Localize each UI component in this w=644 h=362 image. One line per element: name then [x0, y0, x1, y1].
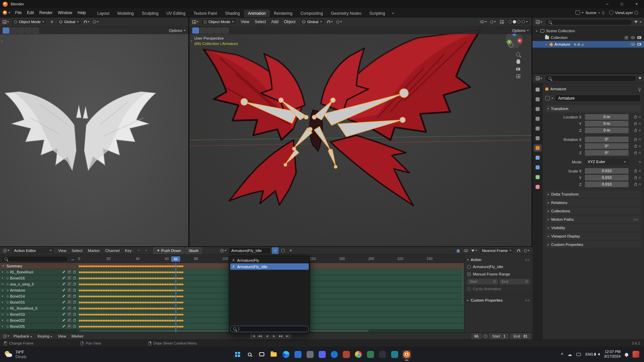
- channel-enabled-checkbox[interactable]: ✓: [67, 324, 71, 328]
- gizmo-negative-axis[interactable]: [508, 43, 513, 48]
- animate-dot-icon[interactable]: [639, 116, 641, 118]
- lock-icon[interactable]: [634, 130, 637, 132]
- select-box-tool[interactable]: [3, 28, 9, 34]
- current-frame-badge[interactable]: 66: [171, 256, 180, 262]
- zoom-icon[interactable]: [516, 52, 520, 56]
- vertical-scrollbar[interactable]: [462, 265, 463, 305]
- frame-end-field[interactable]: End81: [510, 333, 531, 339]
- viewport-menu-object[interactable]: Object: [281, 17, 298, 26]
- eye-icon[interactable]: [631, 43, 635, 46]
- viewport-right[interactable]: Object Mode ViewSelectAddObject Global: [190, 17, 532, 246]
- modifier-wrench-icon[interactable]: [62, 289, 65, 292]
- transform-panel-header[interactable]: ▾ Transform: [545, 105, 641, 112]
- taskbar-app-gray-icon[interactable]: [305, 350, 314, 359]
- popup-search-input[interactable]: [230, 326, 309, 332]
- pan-hand-icon[interactable]: [516, 60, 520, 64]
- section-relations[interactable]: ▸Relations: [545, 199, 641, 206]
- properties-tab-object-data[interactable]: [534, 173, 542, 181]
- workspace-tab-animation[interactable]: Animation: [244, 10, 270, 17]
- mode-dropdown[interactable]: Object Mode: [11, 18, 47, 25]
- editor-type-icon[interactable]: [535, 75, 543, 82]
- lock-icon[interactable]: [634, 116, 637, 118]
- rotation-mode-dropdown[interactable]: XYZ Euler: [585, 159, 629, 165]
- editor-type-icon[interactable]: [2, 333, 10, 340]
- filter-funnel-icon[interactable]: [470, 247, 478, 254]
- jump-to-next-keyframe-button[interactable]: ▶▶: [278, 333, 284, 339]
- channel-row-bone016[interactable]: ▸ ◇ Bone016 ✓: [0, 275, 78, 281]
- lock-icon[interactable]: [73, 314, 76, 316]
- keying-menu[interactable]: Keying: [35, 333, 55, 340]
- viewport-menu-view[interactable]: View: [238, 17, 252, 26]
- cursor-tool[interactable]: [200, 28, 206, 34]
- taskbar-app-blue-icon[interactable]: [293, 350, 302, 359]
- animate-dot-icon[interactable]: [639, 123, 641, 124]
- select-box-tool[interactable]: [192, 28, 199, 34]
- copy-icon[interactable]: [635, 11, 638, 14]
- channel-enabled-checkbox[interactable]: ✓: [67, 294, 71, 298]
- modifier-wrench-icon[interactable]: [62, 313, 65, 316]
- scale-tool[interactable]: [32, 28, 39, 34]
- clock-widget[interactable]: 12:07 PM 3/17/2024: [604, 350, 621, 359]
- keyboard-icon[interactable]: [576, 353, 581, 356]
- workspace-tab-rendering[interactable]: Rendering: [270, 10, 296, 17]
- transform-value-field[interactable]: 0.010: [585, 182, 629, 187]
- editor-type-icon[interactable]: [2, 18, 10, 25]
- workspace-tab-modeling[interactable]: Modeling: [113, 10, 138, 17]
- taskbar-outlook-icon[interactable]: [330, 350, 339, 359]
- taskbar-blender-icon[interactable]: [402, 350, 411, 359]
- pin-icon[interactable]: [602, 11, 604, 14]
- channel-enabled-checkbox[interactable]: ✓: [67, 318, 71, 322]
- move-tool[interactable]: [17, 28, 24, 34]
- lock-icon[interactable]: [634, 184, 637, 186]
- xray-toggle-icon[interactable]: [498, 18, 505, 25]
- properties-tab-view-layer[interactable]: [534, 115, 542, 122]
- rotate-tool[interactable]: [25, 28, 32, 34]
- move-tool[interactable]: [207, 28, 214, 34]
- expand-arrow-icon[interactable]: ▸: [2, 282, 5, 286]
- workspace-tab-texture-paint[interactable]: Texture Paint: [190, 10, 221, 17]
- properties-tab-texture[interactable]: [534, 183, 542, 191]
- jump-to-prev-keyframe-button[interactable]: ◀◀: [257, 333, 263, 339]
- section-viewport-display[interactable]: ▸Viewport Display: [545, 232, 641, 240]
- channel-enabled-checkbox[interactable]: ✓: [67, 276, 71, 280]
- workspace-tab-geometry-nodes[interactable]: Geometry Nodes: [327, 10, 365, 17]
- cursor-tool[interactable]: [10, 28, 17, 34]
- expand-arrow-icon[interactable]: ▸: [2, 301, 5, 304]
- material-shading-icon[interactable]: [517, 20, 521, 23]
- minimize-button[interactable]: –: [600, 0, 614, 8]
- jump-to-end-button[interactable]: ▶│: [285, 333, 291, 339]
- section-delta-transform[interactable]: ▸Delta Transform: [545, 191, 641, 198]
- volume-icon[interactable]: [598, 353, 600, 356]
- modifier-wrench-icon[interactable]: [62, 270, 65, 273]
- taskbar-app-dark-icon[interactable]: [378, 350, 387, 359]
- editor-type-icon[interactable]: [2, 247, 10, 254]
- modifier-wrench-icon[interactable]: [62, 282, 65, 286]
- cyclic-animation-checkbox[interactable]: ✓ Cyclic Animation: [467, 285, 530, 293]
- modifier-wrench-icon[interactable]: [62, 276, 65, 279]
- animate-dot-icon[interactable]: [639, 145, 641, 147]
- notification-bell-icon[interactable]: [625, 353, 628, 356]
- expand-arrow-icon[interactable]: ▸: [2, 307, 5, 310]
- menu-file[interactable]: File: [12, 8, 24, 17]
- action-panel-header[interactable]: ▾ Action ≡≡: [467, 256, 530, 263]
- maximize-button[interactable]: □: [614, 0, 629, 8]
- keyframe-diamonds[interactable]: ◆◆◆◆◆◆◆◆◆◆◆◆◆◆◆◆◆◆◆◆◆◆◆◆◆◆◆◆◆◆◆◆◆◆◆◆◆◆◆◆…: [79, 287, 199, 293]
- options-dropdown[interactable]: Options: [169, 29, 186, 33]
- transform-value-field[interactable]: 0°: [585, 143, 629, 149]
- lock-icon[interactable]: [634, 152, 637, 154]
- grip-icon[interactable]: ≡≡: [525, 299, 530, 302]
- lock-icon[interactable]: [73, 283, 76, 286]
- channel-enabled-checkbox[interactable]: ✓: [67, 288, 71, 292]
- outliner-search-input[interactable]: [545, 19, 632, 25]
- popup-action-armature-fly[interactable]: F Armature|Fly: [230, 257, 309, 263]
- viewport-menu-select[interactable]: Select: [252, 17, 268, 26]
- scene-selector[interactable]: Scene ×: [576, 10, 604, 15]
- taskbar-search-icon[interactable]: [245, 350, 254, 359]
- outliner-item-armature[interactable]: ▸ Armature: [533, 41, 644, 48]
- transform-value-field[interactable]: 0.010: [585, 168, 629, 174]
- expand-arrow-icon[interactable]: ▸: [2, 289, 5, 292]
- close-button[interactable]: ×: [629, 0, 644, 8]
- expand-arrow-icon[interactable]: ▸: [2, 319, 5, 322]
- scale-tool[interactable]: [222, 28, 229, 34]
- workspace-tab-sculpting[interactable]: Sculpting: [138, 10, 162, 17]
